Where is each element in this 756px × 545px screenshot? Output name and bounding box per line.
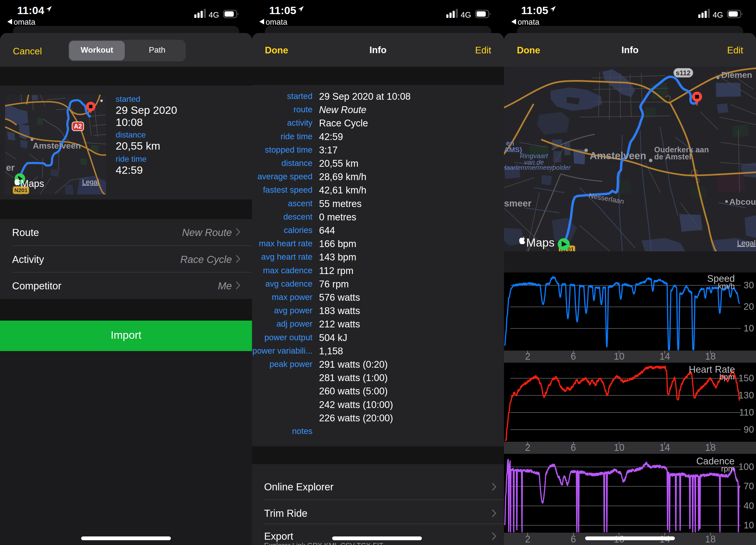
svg-text:AMS): AMS) <box>504 146 522 154</box>
svg-text:Amstelveen: Amstelveen <box>590 150 646 161</box>
svg-text:Maps: Maps <box>526 236 554 249</box>
svg-text:Abcoude: Abcoude <box>729 197 756 207</box>
svg-text:smeer: smeer <box>504 198 531 209</box>
svg-text:Diemen: Diemen <box>721 70 752 80</box>
svg-text:Maps: Maps <box>21 178 44 189</box>
svg-text:Haarlemmermeerpolder: Haarlemmermeerpolder <box>504 164 571 171</box>
svg-text:de Amstel: de Amstel <box>654 152 691 161</box>
svg-text:A2: A2 <box>74 123 82 130</box>
svg-text:Amstelveen: Amstelveen <box>33 141 81 150</box>
svg-text:Legal: Legal <box>82 178 99 186</box>
svg-text:s112: s112 <box>676 69 691 77</box>
svg-text:er: er <box>6 163 15 173</box>
svg-text:Legal: Legal <box>737 239 755 247</box>
